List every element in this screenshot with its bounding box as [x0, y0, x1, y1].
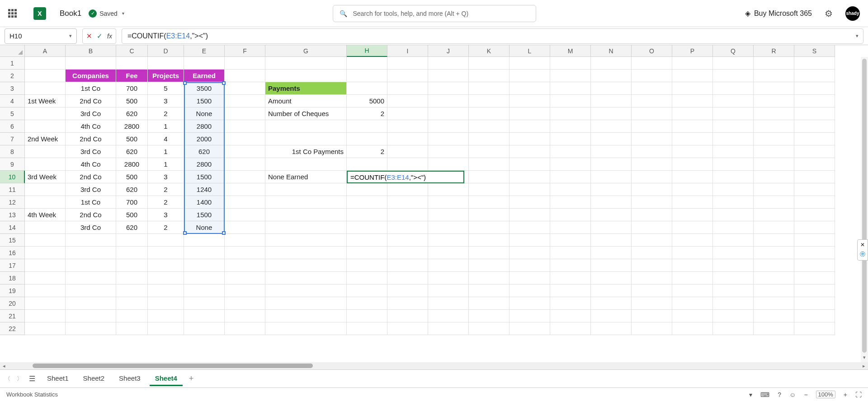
cell-K11[interactable] — [469, 183, 509, 196]
cell-N22[interactable] — [591, 322, 632, 335]
cell-O13[interactable] — [632, 209, 672, 221]
cell-J7[interactable] — [428, 133, 469, 145]
name-box[interactable]: H10 ▾ — [5, 28, 77, 44]
cell-F13[interactable] — [225, 209, 265, 221]
cell-M3[interactable] — [550, 82, 591, 95]
cell-A19[interactable] — [25, 284, 66, 297]
cell-O8[interactable] — [632, 145, 672, 158]
cell-E6[interactable]: 2800 — [184, 120, 225, 133]
cell-O4[interactable] — [632, 95, 672, 107]
scroll-down-arrow-icon[interactable]: ▾ — [863, 354, 866, 360]
cell-F2[interactable] — [225, 70, 265, 82]
cell-M16[interactable] — [550, 247, 591, 259]
cell-C1[interactable] — [116, 57, 148, 70]
cell-H9[interactable] — [347, 158, 387, 171]
cell-H7[interactable] — [347, 133, 387, 145]
cell-B4[interactable]: 2nd Co — [66, 95, 116, 107]
cell-C5[interactable]: 620 — [116, 107, 148, 120]
cell-S6[interactable] — [794, 120, 835, 133]
cell-C14[interactable]: 620 — [116, 221, 148, 234]
column-header-I[interactable]: I — [387, 45, 428, 57]
cell-K17[interactable] — [469, 259, 509, 272]
cell-N21[interactable] — [591, 310, 632, 322]
cell-F4[interactable] — [225, 95, 265, 107]
cell-L22[interactable] — [509, 322, 550, 335]
cell-O5[interactable] — [632, 107, 672, 120]
cell-P7[interactable] — [672, 133, 713, 145]
cell-I22[interactable] — [387, 322, 428, 335]
cell-D1[interactable] — [148, 57, 184, 70]
cell-I14[interactable] — [387, 221, 428, 234]
zoom-out-button[interactable]: − — [804, 391, 807, 398]
cell-M22[interactable] — [550, 322, 591, 335]
cell-C3[interactable]: 700 — [116, 82, 148, 95]
cell-L3[interactable] — [509, 82, 550, 95]
cell-D7[interactable]: 4 — [148, 133, 184, 145]
cell-K2[interactable] — [469, 70, 509, 82]
row-header-9[interactable]: 9 — [0, 158, 25, 171]
cell-P8[interactable] — [672, 145, 713, 158]
cell-L17[interactable] — [509, 259, 550, 272]
cell-G8[interactable]: 1st Co Payments — [265, 145, 347, 158]
cell-Q22[interactable] — [713, 322, 754, 335]
expand-formula-icon[interactable]: ▾ — [856, 33, 859, 39]
cell-H17[interactable] — [347, 259, 387, 272]
cell-J14[interactable] — [428, 221, 469, 234]
cell-F11[interactable] — [225, 183, 265, 196]
cell-Q11[interactable] — [713, 183, 754, 196]
cell-N13[interactable] — [591, 209, 632, 221]
cell-P16[interactable] — [672, 247, 713, 259]
help-icon[interactable]: ? — [778, 391, 781, 398]
cell-Q17[interactable] — [713, 259, 754, 272]
cell-F16[interactable] — [225, 247, 265, 259]
tab-sheet2[interactable]: Sheet2 — [78, 372, 110, 386]
cell-Q4[interactable] — [713, 95, 754, 107]
column-header-M[interactable]: M — [550, 45, 591, 57]
cell-N15[interactable] — [591, 234, 632, 247]
cell-M10[interactable] — [550, 171, 591, 183]
cell-P20[interactable] — [672, 297, 713, 310]
cell-S17[interactable] — [794, 259, 835, 272]
cell-F20[interactable] — [225, 297, 265, 310]
cell-M17[interactable] — [550, 259, 591, 272]
cell-G22[interactable] — [265, 322, 347, 335]
cell-I9[interactable] — [387, 158, 428, 171]
cell-M18[interactable] — [550, 272, 591, 284]
cell-Q7[interactable] — [713, 133, 754, 145]
cell-S15[interactable] — [794, 234, 835, 247]
cell-P2[interactable] — [672, 70, 713, 82]
sheet-nav-prev[interactable]: 〈 — [5, 375, 10, 383]
column-header-R[interactable]: R — [754, 45, 794, 57]
cell-I19[interactable] — [387, 284, 428, 297]
cell-R9[interactable] — [754, 158, 794, 171]
active-cell-editor[interactable]: =COUNTIF(E3:E14,"><") — [347, 171, 464, 183]
cell-I7[interactable] — [387, 133, 428, 145]
cell-R15[interactable] — [754, 234, 794, 247]
cell-B6[interactable]: 4th Co — [66, 120, 116, 133]
cell-D12[interactable]: 2 — [148, 196, 184, 209]
cell-D6[interactable]: 1 — [148, 120, 184, 133]
cell-J18[interactable] — [428, 272, 469, 284]
cell-N5[interactable] — [591, 107, 632, 120]
cell-L21[interactable] — [509, 310, 550, 322]
cell-J13[interactable] — [428, 209, 469, 221]
cell-J22[interactable] — [428, 322, 469, 335]
cell-R4[interactable] — [754, 95, 794, 107]
cell-R13[interactable] — [754, 209, 794, 221]
cell-A6[interactable] — [25, 120, 66, 133]
cell-B17[interactable] — [66, 259, 116, 272]
cell-H13[interactable] — [347, 209, 387, 221]
cell-B20[interactable] — [66, 297, 116, 310]
cell-I12[interactable] — [387, 196, 428, 209]
cell-S11[interactable] — [794, 183, 835, 196]
cell-K19[interactable] — [469, 284, 509, 297]
row-header-17[interactable]: 17 — [0, 259, 25, 272]
cell-H2[interactable] — [347, 70, 387, 82]
app-launcher-icon[interactable] — [8, 9, 17, 18]
cell-M8[interactable] — [550, 145, 591, 158]
cell-A8[interactable] — [25, 145, 66, 158]
cell-K6[interactable] — [469, 120, 509, 133]
row-header-1[interactable]: 1 — [0, 57, 25, 70]
cell-Q6[interactable] — [713, 120, 754, 133]
row-header-20[interactable]: 20 — [0, 297, 25, 310]
